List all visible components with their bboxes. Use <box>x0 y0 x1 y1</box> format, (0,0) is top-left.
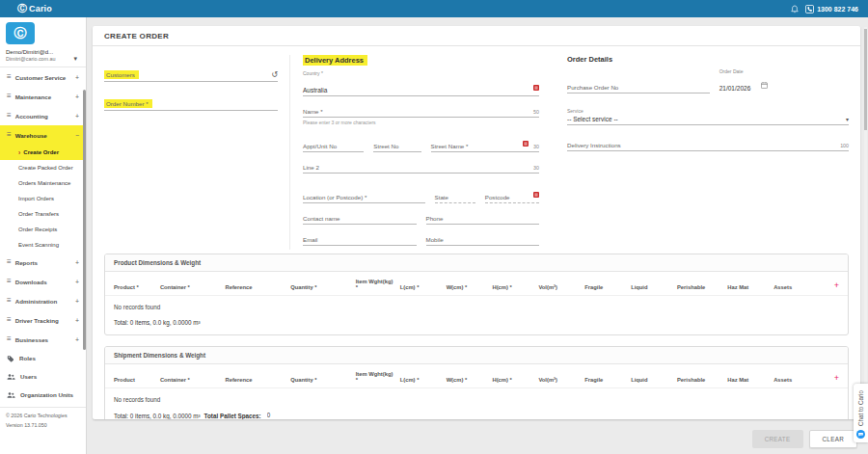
add-row-icon[interactable]: + <box>820 281 839 290</box>
sidebar-item-maintenance[interactable]: ≡ Maintenance + <box>0 87 86 106</box>
phone-input[interactable]: Phone <box>426 215 540 225</box>
order-number-input[interactable]: Order Number * <box>104 99 278 111</box>
column-header: Fragile <box>584 377 631 383</box>
mobile-input[interactable]: Mobile <box>426 236 540 246</box>
column-header: W(cm) * <box>447 377 493 383</box>
user-name: Demo/Dimitri@d... <box>6 49 80 55</box>
column-header: H(cm) * <box>493 377 539 383</box>
sidebar-item-customer-service[interactable]: ≡ Customer Service + <box>0 67 86 87</box>
sidebar-item-accounting[interactable]: ≡ Accounting + <box>0 106 86 125</box>
line2-input[interactable]: Line 2 30 <box>303 164 539 174</box>
delivery-name-input[interactable]: Name * 50 <box>303 108 539 118</box>
phone-badge[interactable]: 1300 822 746 <box>805 5 858 13</box>
column-header: Fragile <box>584 284 631 290</box>
order-date-input[interactable]: 21/01/2026 <box>719 76 849 93</box>
expand-icon: + <box>75 259 79 266</box>
menu-icon: ≡ <box>7 131 12 139</box>
menu-icon: ≡ <box>7 335 12 343</box>
chat-bubble-icon <box>856 430 865 439</box>
sidebar-item-order-receipts[interactable]: Order Receipts <box>0 222 86 237</box>
delivery-name-placeholder: Name * <box>303 108 323 115</box>
page-scrollbar[interactable] <box>864 27 867 417</box>
order-details-column: Order Details Purchase Order No Order Da… <box>553 55 849 250</box>
brand-logo[interactable]: Ⓒ Cario <box>17 2 52 15</box>
add-row-icon[interactable]: + <box>820 374 839 383</box>
postcode-input[interactable]: Postcode <box>485 185 539 203</box>
sidebar-item-reports[interactable]: ≡ Reports + <box>0 253 86 272</box>
sidebar-item-event-scanning[interactable]: Event Scanning <box>0 237 86 253</box>
required-list-icon[interactable] <box>533 185 539 200</box>
column-header: Assets <box>773 377 820 383</box>
expand-icon: + <box>75 113 79 120</box>
expand-icon: + <box>75 336 79 343</box>
create-button[interactable]: CREATE <box>752 430 803 448</box>
user-switcher[interactable]: Demo/Dimitri@d... Dimitri@cario.com.au ▾ <box>0 48 86 67</box>
column-header: Liquid <box>631 377 677 383</box>
street-name-input[interactable]: Street Name * 30 <box>431 134 540 152</box>
appt-unit-input[interactable]: Appt/Unit No <box>303 134 364 152</box>
copyright-text: © 2026 Cario Technologies <box>6 412 80 421</box>
org-units-icon <box>7 391 15 399</box>
customers-label: Customers <box>104 70 139 79</box>
pallet-spaces-input[interactable] <box>265 412 318 419</box>
calendar-icon[interactable] <box>761 76 768 92</box>
column-header: Container * <box>160 284 226 290</box>
sidebar-scrollbar[interactable] <box>83 90 86 350</box>
logo-c-icon: Ⓒ <box>14 25 27 42</box>
sidebar-item-create-packed-order[interactable]: Create Packed Order <box>0 160 86 175</box>
sidebar-item-administration[interactable]: ≡ Administration + <box>0 291 86 310</box>
sidebar-item-create-order[interactable]: › Create Order <box>0 145 86 160</box>
sidebar-item-orders-maintenance[interactable]: Orders Maintenance <box>0 175 86 191</box>
column-header: Product <box>114 377 160 383</box>
state-input[interactable]: State <box>435 185 475 203</box>
expand-icon: + <box>75 74 79 81</box>
purchase-order-input[interactable]: Purchase Order No <box>567 84 710 93</box>
sidebar-item-users[interactable]: Users <box>0 367 86 386</box>
sidebar-item-driver-tracking[interactable]: ≡ Driver Tracking + <box>0 310 86 330</box>
sidebar-item-businesses[interactable]: ≡ Businesses + <box>0 330 86 349</box>
menu-icon: ≡ <box>7 316 12 324</box>
required-list-icon[interactable] <box>523 134 529 149</box>
sidebar-item-downloads[interactable]: ≡ Downloads + <box>0 272 86 291</box>
sidebar-item-roles[interactable]: Roles <box>0 349 86 367</box>
chat-to-cario-tab[interactable]: Chat to Cario <box>854 384 868 442</box>
column-header: Liquid <box>631 284 677 290</box>
column-header: Container * <box>160 377 226 383</box>
required-list-icon[interactable] <box>533 78 539 93</box>
brand-c-icon: Ⓒ <box>17 2 27 15</box>
sidebar-item-warehouse[interactable]: ≡ Warehouse − <box>0 125 86 145</box>
email-input[interactable]: Email <box>303 236 417 246</box>
clear-button[interactable]: CLEAR <box>809 430 858 448</box>
phone-icon <box>805 5 814 13</box>
service-select[interactable]: -- Select service -- ▾ <box>567 116 849 125</box>
chat-tab-label: Chat to Cario <box>857 390 864 426</box>
column-header: Item Wght(kg) * <box>356 279 400 290</box>
column-header: Vol(m³) <box>538 377 584 383</box>
instructions-char-counter: 100 <box>840 143 849 148</box>
collapse-icon: − <box>75 132 79 139</box>
delivery-instructions-input[interactable]: Delivery Instructions 100 <box>567 142 849 151</box>
product-total-text: Total: 0 items, 0.0 kg, 0.0000 m³ <box>114 319 201 326</box>
sidebar-item-organization-units[interactable]: Organization Units <box>0 386 86 404</box>
shipment-panel-title: Shipment Dimensions & Weight <box>105 347 848 364</box>
delivery-address-heading: Delivery Address <box>303 55 367 66</box>
users-icon <box>7 373 15 381</box>
customers-input[interactable]: Customers ↺ <box>104 70 278 82</box>
country-input[interactable]: Australia <box>303 78 539 96</box>
caret-down-icon: ▾ <box>846 116 849 122</box>
street-no-input[interactable]: Street No <box>373 134 420 152</box>
column-header: L(cm) * <box>400 284 447 290</box>
sidebar-item-import-orders[interactable]: Import Orders <box>0 191 86 206</box>
undo-icon[interactable]: ↺ <box>271 71 278 79</box>
contact-name-input[interactable]: Contact name <box>303 215 417 225</box>
bell-icon[interactable] <box>791 1 799 16</box>
product-empty-message: No records found <box>105 296 848 312</box>
service-selected-value: -- Select service -- <box>567 116 618 122</box>
menu-icon: ≡ <box>7 112 12 120</box>
sidebar-item-order-transfers[interactable]: Order Transfers <box>0 206 86 222</box>
product-panel-title: Product Dimensions & Weight <box>105 254 848 272</box>
sidebar-logo[interactable]: Ⓒ <box>6 22 35 44</box>
sidebar: Ⓒ Demo/Dimitri@d... Dimitri@cario.com.au… <box>0 17 87 454</box>
location-input[interactable]: Location (or Postcode) * <box>303 185 425 203</box>
version-text: Version 13.71.050 <box>6 421 80 431</box>
